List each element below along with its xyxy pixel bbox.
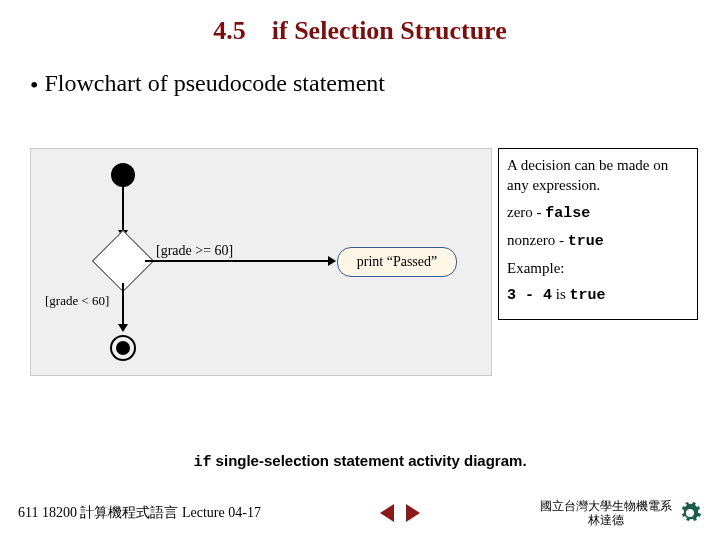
annotation-example: 3 - 4 is true [507, 284, 689, 306]
figure-caption: if single-selection statement activity d… [0, 452, 720, 471]
annotation-line: A decision can be made on any expression… [507, 155, 689, 196]
arrow-icon [145, 260, 335, 262]
annotation-example-label: Example: [507, 258, 689, 278]
slide-title: 4.5 if Selection Structure [0, 16, 720, 46]
prev-button[interactable] [377, 503, 397, 523]
organization-block: 國立台灣大學生物機電系 林達德 [540, 499, 702, 528]
bullet-item: Flowchart of pseudocode statement [30, 70, 720, 99]
caption-keyword: if [193, 454, 211, 471]
guard-false-label: [grade < 60] [45, 293, 109, 309]
initial-state-icon [111, 163, 135, 187]
slide-footer: 611 18200 計算機程式語言 Lecture 04-17 國立台灣大學生物… [18, 498, 702, 528]
arrow-icon [122, 283, 124, 331]
course-code: 611 18200 計算機程式語言 Lecture 04-17 [18, 504, 261, 522]
annotation-nonzero: nonzero - true [507, 230, 689, 252]
title-text: if Selection Structure [272, 16, 507, 45]
org-line1: 國立台灣大學生物機電系 [540, 499, 672, 513]
bullet-text: Flowchart of pseudocode statement [44, 70, 385, 96]
nav-controls [377, 503, 423, 523]
triangle-left-icon [380, 504, 394, 522]
triangle-right-icon [406, 504, 420, 522]
caption-text: single-selection statement activity diag… [211, 452, 526, 469]
org-line2: 林達德 [540, 513, 672, 527]
gear-icon [678, 501, 702, 525]
annotation-box: A decision can be made on any expression… [498, 148, 698, 320]
final-state-icon [110, 335, 136, 361]
guard-true-label: [grade >= 60] [156, 243, 233, 259]
action-node: print “Passed” [337, 247, 457, 277]
flowchart-diagram: [grade >= 60] [grade < 60] print “Passed… [30, 148, 492, 376]
section-number: 4.5 [213, 16, 246, 45]
next-button[interactable] [403, 503, 423, 523]
annotation-zero: zero - false [507, 202, 689, 224]
